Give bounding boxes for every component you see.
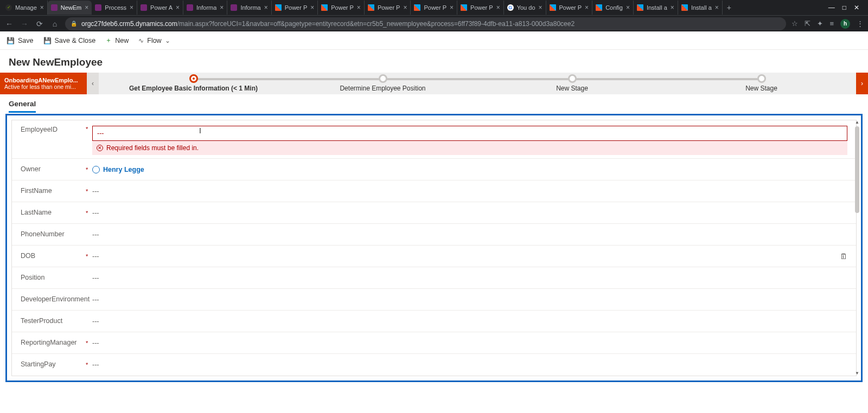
text-cursor-icon: I bbox=[199, 126, 201, 135]
browser-tab[interactable]: Informa× bbox=[183, 1, 227, 15]
stage-circle-icon bbox=[757, 74, 766, 83]
minimize-button[interactable]: ― bbox=[828, 4, 835, 11]
browser-tab[interactable]: NewEm× bbox=[48, 1, 92, 15]
owner-lookup[interactable]: Henry Legge bbox=[92, 165, 847, 175]
browser-tab[interactable]: Install a× bbox=[634, 1, 678, 15]
field-startingpay: StartingPay * --- bbox=[12, 354, 856, 376]
process-next-button[interactable]: › bbox=[856, 73, 868, 94]
tab-strip: Manage×NewEm×Process×Power A×Informa×Inf… bbox=[0, 0, 868, 15]
calendar-icon[interactable]: 🗓 bbox=[840, 252, 847, 261]
required-marker: * bbox=[86, 210, 92, 216]
field-dob: DOB * --- 🗓 bbox=[12, 246, 856, 267]
lastname-input[interactable]: --- bbox=[92, 208, 847, 218]
close-icon[interactable]: × bbox=[176, 4, 180, 11]
tab-title: Install a bbox=[691, 4, 712, 11]
send-icon[interactable]: ⇱ bbox=[805, 20, 810, 28]
bookmark-icon[interactable]: ☆ bbox=[792, 20, 798, 28]
browser-tab[interactable]: Power P× bbox=[272, 1, 318, 15]
browser-tab[interactable]: Power P× bbox=[411, 1, 457, 15]
process-prev-button[interactable]: ‹ bbox=[87, 73, 99, 94]
close-icon[interactable]: × bbox=[40, 4, 44, 11]
scroll-down-icon[interactable]: ▼ bbox=[854, 371, 860, 376]
process-status: Active for less than one mi... bbox=[4, 83, 82, 90]
phonenumber-input[interactable]: --- bbox=[92, 230, 847, 240]
browser-tab[interactable]: Power A× bbox=[137, 1, 183, 15]
close-icon[interactable]: × bbox=[403, 4, 407, 11]
person-icon bbox=[92, 166, 100, 173]
process-stage[interactable]: Get Employee Basic Information (< 1 Min) bbox=[99, 73, 288, 94]
close-icon[interactable]: × bbox=[130, 4, 133, 11]
process-stage[interactable]: Determine Employee Position bbox=[288, 73, 477, 94]
browser-tab[interactable]: Power P× bbox=[546, 1, 593, 15]
required-marker: * bbox=[86, 126, 92, 132]
browser-tab[interactable]: Manage× bbox=[2, 1, 48, 15]
forward-button[interactable]: → bbox=[20, 20, 29, 28]
close-icon[interactable]: × bbox=[585, 4, 589, 11]
process-stage[interactable]: New Stage bbox=[667, 73, 856, 94]
startingpay-input[interactable]: --- bbox=[92, 360, 847, 370]
browser-tab[interactable]: Process× bbox=[92, 1, 137, 15]
maximize-button[interactable]: □ bbox=[843, 4, 846, 11]
tab-title: Informa bbox=[240, 4, 260, 11]
field-label: Position bbox=[21, 274, 86, 282]
close-icon[interactable]: × bbox=[450, 4, 454, 11]
close-icon[interactable]: × bbox=[539, 4, 542, 11]
field-label: LastName bbox=[21, 209, 86, 217]
process-name-tile[interactable]: OnboardingANewEmplo... Active for less t… bbox=[0, 73, 87, 94]
browser-tab[interactable]: Config× bbox=[592, 1, 634, 15]
reading-list-icon[interactable]: ≡ bbox=[829, 20, 834, 28]
reportingmanager-input[interactable]: --- bbox=[92, 338, 847, 348]
close-icon[interactable]: × bbox=[671, 4, 674, 11]
favicon-icon bbox=[5, 4, 12, 11]
close-icon[interactable]: × bbox=[264, 4, 268, 11]
testerproduct-input[interactable]: --- bbox=[92, 317, 847, 326]
tab-title: Process bbox=[105, 4, 126, 11]
tab-title: You do bbox=[517, 4, 535, 11]
profile-avatar[interactable]: h bbox=[840, 19, 850, 29]
favicon-icon bbox=[275, 4, 282, 11]
tab-general[interactable]: General bbox=[9, 100, 36, 113]
devenv-input[interactable]: --- bbox=[92, 295, 847, 305]
close-icon[interactable]: × bbox=[220, 4, 224, 11]
scroll-thumb[interactable] bbox=[855, 126, 859, 213]
stage-label: Get Employee Basic Information (< 1 Min) bbox=[129, 85, 258, 92]
dob-input[interactable]: --- bbox=[92, 251, 840, 261]
save-button[interactable]: 💾Save bbox=[7, 37, 34, 44]
close-icon[interactable]: × bbox=[310, 4, 314, 11]
save-close-button[interactable]: 💾Save & Close bbox=[43, 37, 96, 44]
process-stages: Get Employee Basic Information (< 1 Min)… bbox=[99, 73, 856, 94]
favicon-icon bbox=[414, 4, 420, 11]
save-close-icon: 💾 bbox=[43, 37, 52, 44]
new-button[interactable]: ＋New bbox=[105, 36, 129, 45]
close-icon[interactable]: × bbox=[357, 4, 361, 11]
flow-button[interactable]: ∿Flow ⌄ bbox=[138, 37, 170, 44]
browser-tab[interactable]: You do× bbox=[504, 1, 546, 15]
scroll-up-icon[interactable]: ▲ bbox=[854, 120, 860, 125]
address-bar[interactable]: 🔒 orgc27fdeb6.crm5.dynamics.com/main.asp… bbox=[65, 17, 786, 30]
browser-tab[interactable]: Power P× bbox=[457, 1, 504, 15]
browser-tab[interactable]: Informa× bbox=[227, 1, 271, 15]
browser-tab[interactable]: Power P× bbox=[365, 1, 411, 15]
new-tab-button[interactable]: + bbox=[723, 3, 736, 12]
close-window-button[interactable]: ✕ bbox=[854, 4, 859, 11]
menu-icon[interactable]: ⋮ bbox=[857, 20, 864, 28]
required-marker: * bbox=[86, 253, 92, 260]
home-button[interactable]: ⌂ bbox=[50, 20, 60, 28]
process-stage[interactable]: New Stage bbox=[477, 73, 667, 94]
employeeid-input[interactable]: --- I bbox=[92, 126, 847, 141]
close-icon[interactable]: × bbox=[496, 4, 500, 11]
close-icon[interactable]: × bbox=[715, 4, 719, 11]
browser-tab[interactable]: Power P× bbox=[318, 1, 365, 15]
extensions-icon[interactable]: ✦ bbox=[817, 20, 823, 28]
back-button[interactable]: ← bbox=[4, 20, 14, 28]
close-icon[interactable]: × bbox=[626, 4, 630, 11]
process-name: OnboardingANewEmplo... bbox=[4, 77, 82, 83]
close-icon[interactable]: × bbox=[85, 4, 88, 11]
favicon-icon bbox=[231, 4, 237, 11]
browser-tab[interactable]: Install a× bbox=[678, 1, 723, 15]
reload-button[interactable]: ⟳ bbox=[35, 20, 44, 28]
scrollbar[interactable]: ▲ ▼ bbox=[854, 120, 860, 376]
tab-title: Power P bbox=[470, 4, 493, 11]
firstname-input[interactable]: --- bbox=[92, 186, 847, 196]
position-input[interactable]: --- bbox=[92, 273, 847, 283]
